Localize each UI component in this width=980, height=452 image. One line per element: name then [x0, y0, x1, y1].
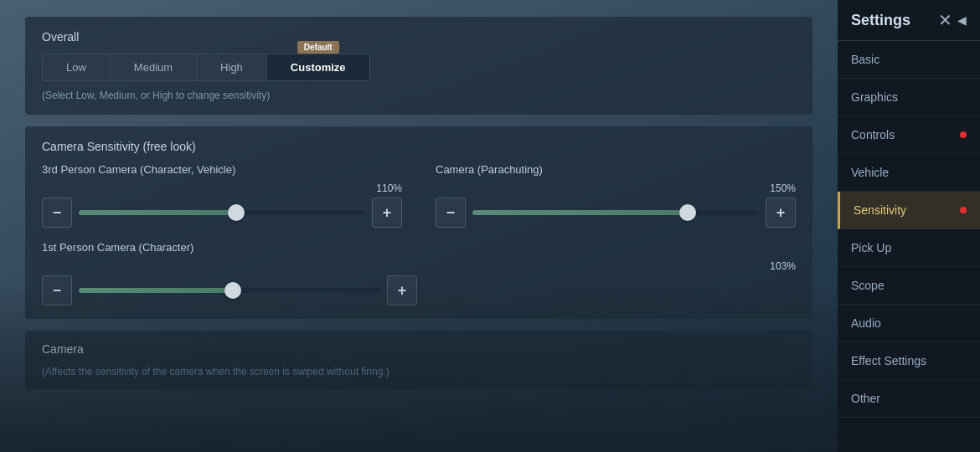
preset-high-button[interactable]: High — [196, 54, 266, 81]
sidebar: Settings ✕ ◀ Basic Graphics Controls Veh… — [838, 0, 980, 452]
slider-1st-person-wrapper: 1st Person Camera (Character) 103% − + — [42, 241, 796, 306]
preset-customize-button[interactable]: Default Customize — [266, 54, 370, 81]
slider-1st-person-label: 1st Person Camera (Character) — [42, 241, 796, 254]
slider-3rd-person-track[interactable] — [79, 210, 365, 215]
sidebar-item-other[interactable]: Other — [838, 380, 980, 418]
slider-1st-person-value: 103% — [42, 260, 796, 272]
sensitivity-dot — [960, 207, 967, 213]
slider-1st-person-row: − + — [42, 275, 796, 306]
sidebar-item-effect-settings[interactable]: Effect Settings — [838, 342, 980, 380]
slider-parachuting-fill — [472, 210, 688, 215]
camera-bottom-section: Camera (Affects the sensitivity of the c… — [25, 331, 812, 389]
collapse-arrow[interactable]: ◀ — [957, 13, 967, 27]
slider-3rd-person-row: − + — [42, 198, 402, 228]
sliders-grid: 3rd Person Camera (Character, Vehicle) 1… — [42, 163, 796, 228]
slider-parachuting-track[interactable] — [472, 210, 759, 215]
slider-1st-person-track[interactable] — [79, 288, 380, 293]
slider-parachuting-row: − + — [436, 198, 796, 228]
slider-parachuting: Camera (Parachuting) 150% − + — [436, 163, 796, 228]
slider-1st-person-thumb[interactable] — [224, 282, 241, 299]
main-content: Overall Low Medium High Default Customiz… — [0, 0, 838, 452]
slider-3rd-person: 3rd Person Camera (Character, Vehicle) 1… — [42, 163, 402, 228]
camera-bottom-title: Camera — [42, 342, 796, 356]
slider-1st-person-fill — [79, 288, 233, 293]
preset-buttons: Low Medium High Default Customize — [42, 54, 796, 81]
sidebar-header: Settings ✕ ◀ — [838, 0, 980, 41]
camera-bottom-subtitle: (Affects the sensitivity of the camera w… — [42, 366, 796, 378]
sidebar-item-audio[interactable]: Audio — [838, 305, 980, 342]
slider-parachuting-plus[interactable]: + — [766, 198, 796, 228]
sidebar-item-sensitivity[interactable]: Sensitivity — [838, 192, 980, 229]
preset-medium-button[interactable]: Medium — [110, 54, 196, 81]
close-button[interactable]: ✕ — [938, 10, 952, 30]
controls-dot — [960, 131, 967, 138]
slider-parachuting-thumb[interactable] — [679, 204, 696, 221]
sidebar-item-vehicle[interactable]: Vehicle — [838, 154, 980, 192]
default-badge: Default — [297, 41, 339, 54]
slider-3rd-person-value: 110% — [42, 182, 402, 194]
overall-title: Overall — [42, 30, 796, 44]
preset-low-button[interactable]: Low — [42, 54, 110, 81]
slider-1st-person: 1st Person Camera (Character) 103% − + — [42, 241, 796, 306]
camera-sensitivity-title: Camera Sensitivity (free look) — [42, 140, 796, 153]
slider-3rd-person-fill — [79, 210, 236, 215]
sidebar-item-pickup[interactable]: Pick Up — [838, 229, 980, 267]
slider-1st-person-plus[interactable]: + — [387, 275, 417, 306]
close-btn-area: ✕ ◀ — [938, 10, 967, 30]
sidebar-item-controls[interactable]: Controls — [838, 116, 980, 154]
slider-3rd-person-plus[interactable]: + — [372, 198, 402, 228]
slider-parachuting-label: Camera (Parachuting) — [436, 163, 796, 176]
sidebar-item-scope[interactable]: Scope — [838, 267, 980, 305]
slider-3rd-person-minus[interactable]: − — [42, 198, 72, 228]
slider-3rd-person-label: 3rd Person Camera (Character, Vehicle) — [42, 163, 402, 176]
slider-1st-person-minus[interactable]: − — [42, 275, 72, 306]
overall-section: Overall Low Medium High Default Customiz… — [25, 17, 812, 115]
camera-sensitivity-section: Camera Sensitivity (free look) 3rd Perso… — [25, 126, 812, 319]
sidebar-item-basic[interactable]: Basic — [838, 41, 980, 79]
sidebar-item-graphics[interactable]: Graphics — [838, 79, 980, 116]
slider-parachuting-value: 150% — [436, 182, 796, 194]
overall-hint: (Select Low, Medium, or High to change s… — [42, 90, 796, 101]
slider-parachuting-minus[interactable]: − — [436, 198, 466, 228]
slider-3rd-person-thumb[interactable] — [228, 204, 245, 221]
sidebar-title: Settings — [851, 12, 910, 29]
